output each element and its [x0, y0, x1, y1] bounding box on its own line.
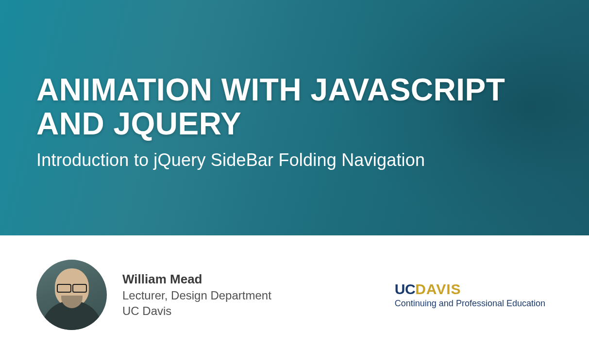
hero-banner: ANIMATION WITH JAVASCRIPT AND JQUERY Int… — [0, 0, 589, 235]
course-title: ANIMATION WITH JAVASCRIPT AND JQUERY — [36, 73, 553, 141]
institution-tagline: Continuing and Professional Education — [395, 298, 545, 309]
presenter-info: William Mead Lecturer, Design Department… — [122, 272, 271, 318]
footer-section: William Mead Lecturer, Design Department… — [0, 235, 589, 330]
presenter-organization: UC Davis — [122, 304, 271, 318]
glasses-icon — [57, 284, 87, 292]
institution-block: UCDAVIS Continuing and Professional Educ… — [395, 281, 553, 309]
course-subtitle: Introduction to jQuery SideBar Folding N… — [36, 150, 553, 170]
logo-prefix: UC — [395, 281, 415, 297]
beard-shape — [61, 296, 83, 308]
presenter-name: William Mead — [122, 272, 271, 287]
presenter-title: Lecturer, Design Department — [122, 289, 271, 302]
presenter-avatar — [36, 260, 107, 330]
presenter-block: William Mead Lecturer, Design Department… — [36, 260, 271, 330]
logo-main: DAVIS — [415, 281, 461, 297]
institution-logo: UCDAVIS — [395, 281, 545, 298]
